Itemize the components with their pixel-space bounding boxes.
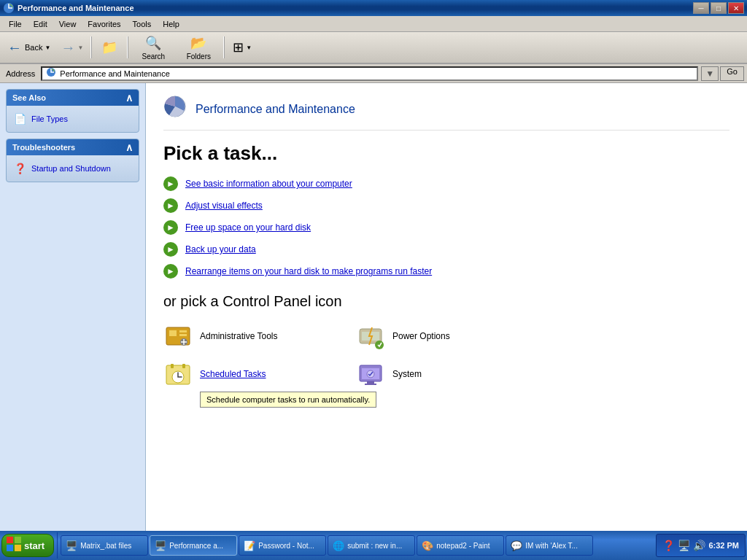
close-button[interactable]: ✕ (728, 2, 744, 14)
pick-icon-title: or pick a Control Panel icon (163, 293, 729, 310)
back-icon: ← (7, 39, 22, 56)
search-label: Search (142, 52, 165, 61)
start-label: start (24, 540, 44, 551)
icon-item-admin-tools[interactable]: Administrative Tools (163, 322, 338, 351)
taskbar-item-2[interactable]: 📝 Password - Not... (239, 535, 326, 556)
content-header-icon (163, 95, 187, 124)
back-dropdown-icon[interactable]: ▼ (44, 44, 50, 51)
icon-item-system[interactable]: System (356, 359, 531, 389)
icon-item-scheduled-tasks[interactable]: Scheduled Tasks (163, 359, 338, 389)
start-button[interactable]: start (1, 534, 54, 557)
taskbar-separator (57, 532, 58, 559)
tray-icon-display[interactable]: 🖥️ (678, 540, 690, 551)
taskbar-label-4: notepad2 - Paint (436, 542, 489, 550)
taskbar-label-5: IM with 'Alex T... (525, 542, 578, 550)
menu-favorites[interactable]: Favorites (82, 18, 126, 30)
startup-shutdown-label: Startup and Shutdown (31, 164, 111, 173)
content-area: Performance and Maintenance Pick a task.… (146, 83, 747, 531)
troubleshooters-title: Troubleshooters (12, 143, 75, 152)
svg-rect-23 (15, 545, 21, 551)
troubleshooters-section: Troubleshooters ∧ ❓ Startup and Shutdown (6, 139, 139, 182)
tooltip-text: Schedule computer tasks to run automatic… (206, 395, 370, 404)
address-go-area: ▼ Go (701, 66, 744, 81)
taskbar-icon-3: 🌐 (333, 540, 344, 551)
menu-edit[interactable]: Edit (28, 18, 53, 30)
menu-tools[interactable]: Tools (127, 18, 158, 30)
toolbar-separator-1 (90, 36, 92, 58)
task-item-3[interactable]: ► Back up your data (163, 242, 729, 257)
back-button[interactable]: ← Back ▼ (3, 34, 55, 61)
go-button[interactable]: Go (720, 66, 744, 81)
menu-view[interactable]: View (53, 18, 82, 30)
svg-rect-18 (365, 384, 376, 385)
menu-file[interactable]: File (3, 18, 28, 30)
taskbar-item-3[interactable]: 🌐 submit : new in... (328, 535, 415, 556)
view-button[interactable]: ⊞ ▼ (228, 34, 257, 61)
menu-bar: File Edit View Favorites Tools Help (0, 16, 747, 32)
taskbar-icon-4: 🎨 (422, 540, 433, 551)
toolbar-separator-3 (223, 36, 225, 58)
svg-rect-5 (179, 330, 187, 332)
see-also-collapse-icon: ∧ (125, 92, 133, 104)
svg-rect-21 (15, 537, 21, 543)
menu-help[interactable]: Help (157, 18, 185, 30)
toolbar-separator-2 (127, 36, 128, 58)
taskbar-icon-0: 🖥️ (66, 540, 77, 551)
admin-tools-label: Administrative Tools (200, 331, 278, 341)
task-text-2: Free up space on your hard disk (185, 222, 311, 233)
system-icon (356, 359, 385, 389)
taskbar-item-5[interactable]: 💬 IM with 'Alex T... (506, 535, 593, 556)
svg-rect-14 (182, 364, 185, 368)
admin-tools-icon (163, 322, 193, 351)
troubleshooters-body: ❓ Startup and Shutdown (7, 155, 139, 182)
svg-point-10 (375, 341, 384, 349)
tray-icon-help[interactable]: ❓ (662, 540, 675, 551)
taskbar-item-1[interactable]: 🖥️ Performance a... (150, 535, 237, 556)
tray-icon-volume[interactable]: 🔊 (693, 540, 705, 551)
forward-dropdown-icon[interactable]: ▼ (77, 44, 83, 51)
taskbar: start 🖥️ Matrix_.bat files 🖥️ Performanc… (0, 531, 747, 560)
sidebar: See Also ∧ 📄 File Types Troubleshooters … (0, 83, 146, 531)
title-bar: Performance and Maintenance ─ □ ✕ (0, 0, 747, 16)
folders-button[interactable]: 📂 Folders (177, 34, 220, 61)
troubleshooters-header[interactable]: Troubleshooters ∧ (7, 139, 139, 155)
task-item-0[interactable]: ► See basic information about your compu… (163, 176, 729, 191)
up-button[interactable]: 📁 (95, 34, 124, 61)
address-arrow-button[interactable]: ▼ (701, 66, 719, 81)
main-layout: See Also ∧ 📄 File Types Troubleshooters … (0, 83, 747, 531)
forward-icon: → (61, 39, 75, 56)
taskbar-icon-1: 🖥️ (155, 540, 166, 551)
see-also-header[interactable]: See Also ∧ (7, 90, 139, 106)
taskbar-label-3: submit : new in... (347, 542, 402, 550)
task-text-3: Back up your data (185, 244, 256, 254)
view-dropdown-icon[interactable]: ▼ (246, 44, 252, 51)
task-arrow-0: ► (163, 176, 178, 191)
tooltip-box: Schedule computer tasks to run automatic… (200, 392, 376, 408)
start-icon (7, 537, 21, 554)
address-icon (45, 66, 57, 80)
task-item-1[interactable]: ► Adjust visual effects (163, 198, 729, 213)
minimize-button[interactable]: ─ (693, 2, 709, 14)
system-tray: ❓ 🖥️ 🔊 6:32 PM (656, 534, 746, 557)
task-arrow-1: ► (163, 198, 178, 213)
svg-rect-4 (169, 330, 177, 336)
sidebar-link-startup-shutdown[interactable]: ❓ Startup and Shutdown (12, 160, 133, 177)
address-input[interactable] (60, 69, 694, 78)
see-also-title: See Also (12, 93, 46, 102)
taskbar-item-0[interactable]: 🖥️ Matrix_.bat files (61, 535, 148, 556)
icon-item-power-options[interactable]: Power Options (356, 322, 531, 351)
clock: 6:32 PM (708, 541, 739, 550)
sidebar-link-file-types[interactable]: 📄 File Types (12, 110, 133, 128)
task-item-4[interactable]: ► Rearrange items on your hard disk to m… (163, 264, 729, 279)
taskbar-item-4[interactable]: 🎨 notepad2 - Paint (417, 535, 504, 556)
svg-rect-20 (7, 537, 13, 543)
title-bar-text: Performance and Maintenance (18, 4, 693, 12)
forward-button[interactable]: → ▼ (56, 34, 88, 61)
maximize-button[interactable]: □ (711, 2, 727, 14)
task-list: ► See basic information about your compu… (163, 176, 729, 279)
up-icon: 📁 (101, 39, 117, 55)
window-controls: ─ □ ✕ (693, 2, 744, 14)
task-item-2[interactable]: ► Free up space on your hard disk (163, 220, 729, 235)
file-types-icon: 📄 (12, 112, 27, 126)
search-button[interactable]: 🔍 Search (131, 34, 175, 61)
